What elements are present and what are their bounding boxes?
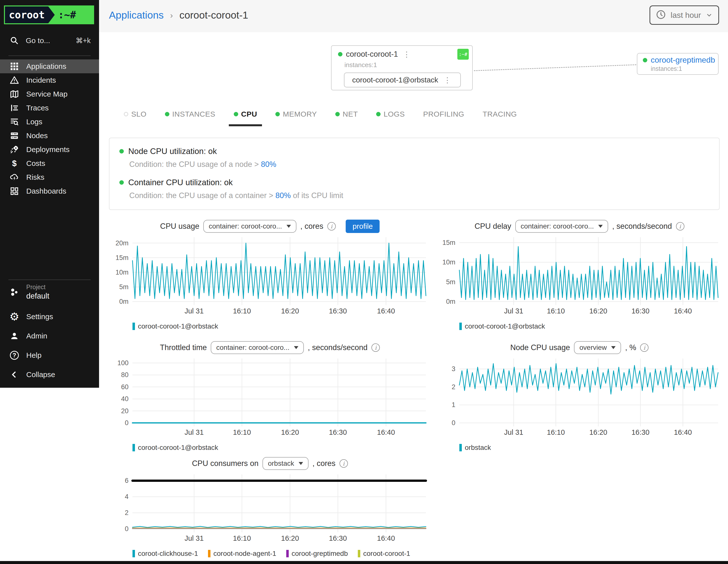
time-range-label: last hour (671, 11, 701, 20)
chart-legend: coroot-coroot-1@orbstack (459, 322, 723, 330)
peer-app-link[interactable]: coroot-greptimedb (643, 55, 718, 65)
svg-text:0m: 0m (119, 298, 129, 305)
svg-text:16:10: 16:10 (233, 307, 251, 315)
chart-svg: 0m5m10m15mJul 3116:1016:2016:3016:40 (436, 234, 723, 316)
svg-text:16:40: 16:40 (377, 307, 395, 315)
check-title: Container CPU utilization: ok (128, 178, 233, 187)
svg-text:16:30: 16:30 (329, 428, 347, 436)
chart-unit: , seconds/second (308, 343, 367, 352)
check-threshold-link[interactable]: 80% (261, 160, 276, 169)
project-name: default (26, 292, 49, 301)
legend-item[interactable]: coroot-coroot-1@orbstack (459, 322, 545, 330)
sidebar-item-label: Admin (26, 332, 47, 340)
instance-name: coroot-coroot-1@orbstack (352, 76, 438, 84)
tab-tracing[interactable]: TRACING (478, 104, 522, 126)
goto-shortcut: ⌘+k (76, 36, 91, 45)
cpu-delay-plot: 0m5m10m15mJul 3116:1016:2016:3016:40 (436, 234, 723, 316)
legend-item[interactable]: coroot-coroot-1 (358, 550, 410, 558)
legend-item[interactable]: coroot-greptimedb (286, 550, 348, 558)
sidebar-item-label: Applications (26, 62, 66, 71)
status-dot (119, 149, 124, 154)
legend-item[interactable]: coroot-clickhouse-1 (132, 550, 198, 558)
sidebar-item-admin[interactable]: Admin (0, 326, 99, 346)
app-instances-label: instances:1 (344, 61, 377, 69)
cpu-usage-selector[interactable]: container: coroot-coro... (203, 220, 296, 233)
svg-text:16:10: 16:10 (233, 534, 251, 542)
tab-memory[interactable]: MEMORY (270, 104, 322, 126)
tab-logs[interactable]: LOGS (371, 104, 410, 126)
sidebar-collapse-button[interactable]: Collapse (0, 365, 99, 384)
caret-down-icon (598, 225, 603, 228)
project-switcher[interactable]: Project default (0, 283, 99, 301)
sidebar-item-label: Service Map (26, 90, 68, 98)
sidebar-item-nodes[interactable]: Nodes (0, 129, 99, 143)
sidebar-item-help[interactable]: ? Help (0, 346, 99, 365)
sidebar-item-logs[interactable]: Logs (0, 115, 99, 129)
sidebar-item-incidents[interactable]: Incidents (0, 73, 99, 87)
status-dot (643, 58, 647, 62)
svg-text:16:20: 16:20 (281, 534, 299, 542)
svg-text:40: 40 (121, 395, 129, 403)
sidebar-item-applications[interactable]: Applications (0, 59, 99, 73)
tab-cpu[interactable]: CPU (229, 104, 262, 126)
legend-item[interactable]: coroot-coroot-1@orbstack (132, 322, 218, 330)
info-icon[interactable]: i (327, 222, 336, 231)
info-icon[interactable]: i (640, 343, 649, 352)
legend-swatch (459, 444, 462, 451)
status-dot-green (234, 112, 238, 116)
info-icon[interactable]: i (371, 343, 380, 352)
check-threshold-link[interactable]: 80% (275, 191, 291, 200)
tab-slo[interactable]: SLO (119, 104, 152, 126)
legend-label: coroot-coroot-1@orbstack (138, 444, 218, 452)
svg-text:100: 100 (117, 359, 129, 367)
svg-text:60: 60 (121, 383, 129, 391)
chart-title: Throttled time (160, 343, 207, 352)
svg-text:10m: 10m (442, 258, 455, 266)
top-bar: Applications › coroot-coroot-1 last hour (99, 0, 728, 32)
coroot-logo[interactable]: coroot :~# (4, 5, 94, 24)
gear-icon: ⚙ (9, 311, 20, 322)
tab-net[interactable]: NET (330, 104, 363, 126)
kebab-menu-icon[interactable]: ⋮ (442, 76, 453, 84)
time-range-picker[interactable]: last hour (650, 5, 719, 25)
goto-search[interactable]: Go to... ⌘+k (0, 27, 99, 53)
kebab-menu-icon[interactable]: ⋮ (401, 50, 412, 59)
tab-instances[interactable]: INSTANCES (160, 104, 220, 126)
svg-text:15m: 15m (115, 254, 129, 261)
sidebar-item-costs[interactable]: $ Costs (0, 156, 99, 170)
throttled-time-selector[interactable]: container: coroot-coro... (211, 341, 304, 354)
chart-cpu-delay: CPU delay container: coroot-coro... , se… (436, 218, 723, 330)
svg-text:2: 2 (125, 509, 129, 516)
legend-item[interactable]: coroot-coroot-1@orbstack (132, 444, 218, 452)
cpu-delay-selector[interactable]: container: coroot-coro... (515, 220, 608, 233)
legend-item[interactable]: orbstack (459, 444, 491, 452)
node-cpu-selector[interactable]: overview (574, 341, 621, 354)
legend-item[interactable]: coroot-node-agent-1 (208, 550, 276, 558)
breadcrumb-applications-link[interactable]: Applications (109, 9, 164, 21)
sidebar-item-risks[interactable]: Risks (0, 170, 99, 184)
sidebar-item-deployments[interactable]: Deployments (0, 143, 99, 156)
sidebar-item-label: Risks (26, 173, 44, 181)
map-icon (9, 89, 20, 100)
legend-swatch (132, 444, 135, 451)
profile-button[interactable]: profile (346, 220, 380, 233)
sidebar-item-dashboards[interactable]: Dashboards (0, 184, 99, 198)
svg-text:15m: 15m (442, 239, 455, 246)
sidebar: coroot :~# Go to... ⌘+k Applications Inc… (0, 0, 99, 388)
status-dot-empty (124, 112, 128, 116)
instance-chip[interactable]: coroot-coroot-1@orbstack ⋮ (344, 73, 461, 87)
selector-value: container: coroot-coro... (521, 222, 594, 230)
sidebar-item-traces[interactable]: Traces (0, 101, 99, 115)
svg-text:0: 0 (125, 525, 129, 533)
cpu-consumers-selector[interactable]: orbstack (262, 457, 309, 470)
svg-text:6: 6 (125, 477, 129, 484)
svg-text:20: 20 (121, 407, 129, 415)
chart-svg: 0123Jul 3116:1016:2016:3016:40 (436, 356, 723, 437)
info-icon[interactable]: i (339, 459, 348, 468)
legend-swatch (358, 550, 360, 557)
sidebar-item-settings[interactable]: ⚙ Settings (0, 307, 99, 326)
tab-profiling[interactable]: PROFILING (418, 104, 469, 126)
sidebar-item-service-map[interactable]: Service Map (0, 87, 99, 101)
info-icon[interactable]: i (676, 222, 684, 231)
traces-icon (9, 103, 20, 113)
